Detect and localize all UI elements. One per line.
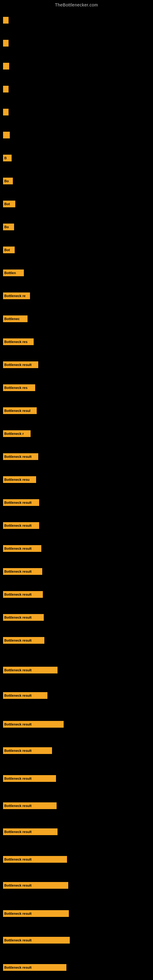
bar-label: Bottleneck result [4, 722, 32, 726]
bar-row: Bottleneck result [3, 637, 45, 644]
bar: Bottleneck re [3, 293, 30, 299]
bar-row: Bottleneck result [3, 882, 68, 889]
bar: Bottleneck result [3, 545, 41, 552]
bar-row: Bottleneck result [3, 964, 66, 971]
bar [3, 63, 9, 70]
bar: Bottleneck resul [3, 407, 37, 414]
bar-label: Bottleneck result [4, 455, 32, 458]
bar-row: Bottleneck result [3, 829, 57, 835]
bar-row [3, 17, 9, 24]
bar: Bottleneck result [3, 667, 57, 673]
bar-row: Bottleneck r [3, 430, 30, 437]
bar: Bottleneck result [3, 361, 38, 368]
bar-label: Bottleneck result [4, 830, 32, 834]
bar-label: Bo [4, 225, 9, 229]
site-title: TheBottlenecker.com [0, 0, 153, 9]
bar [3, 86, 9, 92]
bar-label: Bottleneck resul [4, 409, 30, 412]
bar-row [3, 132, 10, 138]
bar-row: Bottleneck result [3, 802, 57, 809]
bar: Bottleneck result [3, 637, 45, 644]
bar-row: Bottleneck result [3, 856, 67, 863]
bar-row: Bottleneck result [3, 775, 56, 782]
bar [3, 40, 9, 46]
bar-row: Bottleneck result [3, 568, 42, 575]
bar: Bottleneck result [3, 591, 43, 598]
bar: Bottleneck result [3, 747, 52, 754]
bar-row: Bottleneck result [3, 692, 48, 699]
bar [3, 17, 9, 24]
bar-row: Bottleneck result [3, 721, 64, 728]
bar: Bottleneck result [3, 692, 48, 699]
bar: Bottleneck result [3, 829, 57, 835]
bar-row: Bottleneck res [3, 384, 35, 391]
bar-row: Bot [3, 247, 15, 253]
bar-row: Bottleneck resu [3, 476, 36, 483]
bar-row: Bottleneck result [3, 591, 43, 598]
bar: Bottleneck result [3, 721, 64, 728]
bar: Bottleneck result [3, 499, 39, 506]
bar-label: Bottleneck result [4, 804, 32, 808]
bar-row: Bottleneck resul [3, 407, 37, 414]
bar-label: Bottlen [4, 271, 16, 275]
bar: Bottlenec [3, 315, 27, 322]
bar-row: Bottleneck result [3, 910, 69, 917]
bar-label: Bottleneck result [4, 749, 32, 752]
bar-label: Bottleneck result [4, 547, 32, 550]
bar-row: Bo [3, 224, 14, 230]
bar-row: Bottleneck result [3, 937, 70, 943]
bar-row: Bottleneck result [3, 667, 57, 673]
bar: Bo [3, 178, 13, 185]
bar: Bottleneck res [3, 339, 33, 345]
bar-label: Bottleneck result [4, 501, 32, 504]
bar-row: Bottleneck result [3, 453, 38, 460]
bar: Bottleneck result [3, 453, 38, 460]
bar-row [3, 109, 9, 115]
bar [3, 132, 10, 138]
bar-label: Bottleneck result [4, 570, 32, 573]
bar: Bot [3, 247, 15, 253]
bar: Bottleneck result [3, 614, 44, 621]
bar-row: Bottleneck result [3, 747, 52, 754]
bar-label: Bottleneck re [4, 294, 26, 298]
bar-row [3, 63, 9, 70]
bar: Bottleneck result [3, 522, 39, 529]
bar: Bottleneck result [3, 775, 56, 782]
bar-label: Bot [4, 248, 10, 252]
chart-area: TheBottlenecker.com BBoBotBoBotBottlenBo… [0, 0, 153, 980]
bar-label: Bottleneck result [4, 638, 32, 642]
bar-label: Bottleneck result [4, 593, 32, 596]
bar-label: Bottleneck res [4, 386, 27, 390]
bar-label: B [4, 156, 7, 160]
bar-row: Bottleneck result [3, 545, 41, 552]
bar-row: Bottleneck re [3, 293, 30, 299]
bar: Bo [3, 224, 14, 230]
bar-label: Bottleneck r [4, 432, 24, 436]
bar-label: Bo [4, 179, 9, 183]
bar-row: Bo [3, 178, 13, 185]
bar-label: Bottleneck result [4, 939, 32, 942]
bar-label: Bottleneck result [4, 776, 32, 780]
bar-label: Bottleneck result [4, 694, 32, 697]
bar-label: Bottleneck result [4, 858, 32, 861]
bar-row: Bot [3, 200, 15, 207]
bar-label: Bottleneck result [4, 363, 32, 367]
bar-label: Bottleneck resu [4, 478, 30, 481]
bar: Bottleneck result [3, 568, 42, 575]
bar-label: Bottleneck res [4, 340, 27, 344]
bar: Bot [3, 200, 15, 207]
bar-label: Bottleneck result [4, 616, 32, 619]
bar: B [3, 155, 12, 161]
bar-label: Bot [4, 202, 10, 206]
bar: Bottleneck result [3, 856, 67, 863]
bar-label: Bottleneck result [4, 668, 32, 672]
bar-row: Bottlen [3, 269, 24, 276]
bar-row: Bottleneck result [3, 361, 38, 368]
bar: Bottleneck result [3, 964, 66, 971]
bar-row: Bottleneck res [3, 339, 33, 345]
bar-label: Bottlenec [4, 317, 19, 321]
bar: Bottleneck result [3, 802, 57, 809]
bar: Bottleneck res [3, 384, 35, 391]
bar-row: Bottleneck result [3, 522, 39, 529]
bar-label: Bottleneck result [4, 883, 32, 887]
